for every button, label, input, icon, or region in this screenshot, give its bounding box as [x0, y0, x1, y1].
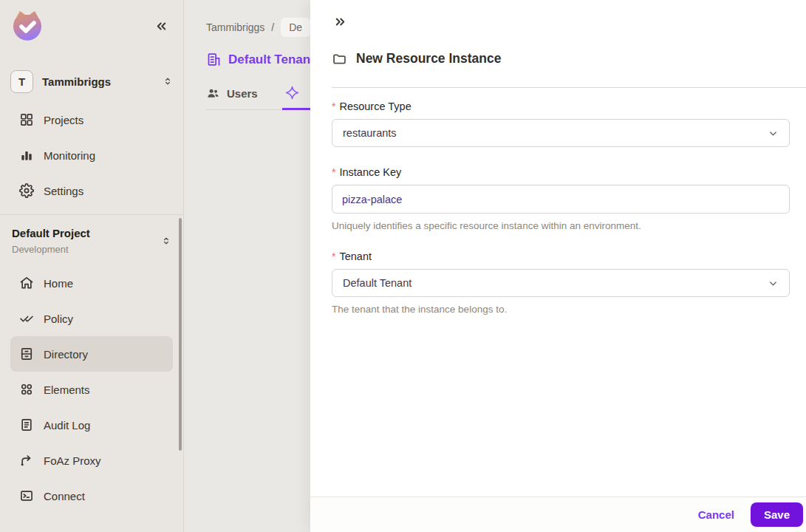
bar-chart-icon: [19, 148, 34, 163]
chevron-down-icon: [768, 278, 779, 289]
folder-icon: [332, 51, 347, 66]
sidebar-item-label: Connect: [44, 490, 85, 502]
gear-icon: [19, 183, 34, 198]
sidebar-item-label: Audit Log: [44, 419, 90, 432]
breadcrumb-workspace[interactable]: Tammibriggs: [206, 21, 264, 33]
tenant-select[interactable]: Default Tenant: [332, 269, 790, 297]
sidebar-item-label: Monitoring: [44, 149, 95, 162]
breadcrumb-separator: /: [271, 21, 274, 33]
sidebar-item-label: Settings: [44, 185, 83, 197]
sidebar-item-label: Directory: [44, 348, 88, 361]
panel-header: New Resource Instance: [332, 51, 806, 66]
sidebar-item-projects[interactable]: Projects: [10, 102, 173, 137]
terminal-icon: [19, 488, 34, 503]
workspace-name: Tammibriggs: [42, 75, 154, 88]
permit-logo: [10, 9, 44, 43]
resource-type-field-group: * Resource Type restaurants: [332, 100, 790, 147]
selected-value: Default Tenant: [343, 277, 411, 289]
sidebar-item-settings[interactable]: Settings: [10, 173, 173, 208]
tab-resource-instances[interactable]: [284, 85, 307, 100]
double-check-icon: [19, 311, 34, 326]
chevron-down-icon: [768, 128, 779, 139]
project-selector[interactable]: Default Project Development: [10, 227, 173, 255]
save-button[interactable]: Save: [751, 502, 803, 527]
users-icon: [206, 86, 220, 100]
project-name: Default Project: [12, 227, 161, 239]
chevrons-left-icon: [154, 19, 168, 33]
route-icon: [19, 453, 34, 468]
required-marker: *: [332, 100, 335, 112]
sidebar-item-audit-log[interactable]: Audit Log: [10, 407, 173, 443]
field-label: Tenant: [339, 250, 372, 262]
home-icon: [19, 276, 34, 290]
panel-header-divider: [332, 87, 806, 88]
page-title: Default Tenant: [228, 52, 315, 67]
unfold-chevron-icon: [161, 235, 171, 247]
field-helper-text: The tenant that the instance belongs to.: [332, 304, 790, 315]
environment-name: Development: [12, 244, 161, 255]
document-icon: [19, 417, 34, 432]
sidebar-collapse-button[interactable]: [150, 15, 173, 38]
workspace-avatar: T: [10, 70, 33, 93]
sidebar-item-policy[interactable]: Policy: [10, 301, 173, 336]
grid-icon: [19, 112, 34, 127]
tab-users[interactable]: Users: [206, 86, 258, 100]
panel-collapse-button[interactable]: [330, 12, 350, 32]
building-icon: [206, 52, 222, 67]
cancel-button[interactable]: Cancel: [692, 504, 740, 525]
sidebar-item-home[interactable]: Home: [10, 265, 173, 301]
field-label: Resource Type: [339, 100, 411, 112]
sidebar-item-label: Policy: [44, 313, 73, 325]
sidebar-item-label: Home: [44, 277, 73, 290]
sidebar-scrollbar[interactable]: [179, 218, 182, 451]
tab-label: Users: [227, 87, 258, 100]
sparkle-icon: [284, 85, 300, 100]
breadcrumb-current[interactable]: De: [281, 18, 310, 37]
selected-value: restaurants: [343, 127, 397, 139]
required-marker: *: [332, 250, 335, 262]
tenant-field-group: * Tenant Default Tenant The tenant that …: [332, 250, 790, 315]
sidebar-item-directory[interactable]: Directory: [10, 336, 173, 372]
sidebar-divider: [0, 214, 183, 215]
chevrons-right-icon: [333, 15, 347, 29]
sidebar-item-label: Elements: [44, 383, 90, 396]
sidebar-item-label: FoAz Proxy: [44, 454, 101, 467]
unfold-chevron-icon: [163, 75, 173, 87]
sidebar-item-foaz-proxy[interactable]: FoAz Proxy: [10, 443, 173, 478]
sidebar: T Tammibriggs Projects Monitoring Settin…: [0, 0, 184, 532]
field-label: Instance Key: [339, 166, 401, 178]
circles-icon: [19, 382, 34, 397]
org-nav: Projects Monitoring Settings: [10, 102, 173, 208]
resource-instance-form: * Resource Type restaurants * Instance K…: [332, 100, 790, 334]
sidebar-item-label: Projects: [44, 114, 83, 126]
required-marker: *: [332, 166, 335, 178]
workspace-selector[interactable]: T Tammibriggs: [10, 68, 173, 95]
sidebar-item-elements[interactable]: Elements: [10, 372, 173, 407]
sidebar-item-connect[interactable]: Connect: [10, 478, 173, 514]
resource-type-select[interactable]: restaurants: [332, 119, 790, 147]
sidebar-item-monitoring[interactable]: Monitoring: [10, 137, 173, 173]
instance-key-field-group: * Instance Key Uniquely identifies a spe…: [332, 166, 790, 231]
panel-title: New Resource Instance: [356, 51, 501, 66]
panel-footer: Cancel Save: [310, 497, 806, 532]
instance-key-input[interactable]: [332, 185, 790, 214]
resource-instance-panel: New Resource Instance * Resource Type re…: [310, 0, 806, 532]
project-nav: Home Policy Directory Elements Audit Log: [10, 265, 173, 514]
archive-icon: [19, 347, 34, 361]
field-helper-text: Uniquely identifies a specific resource …: [332, 220, 790, 231]
